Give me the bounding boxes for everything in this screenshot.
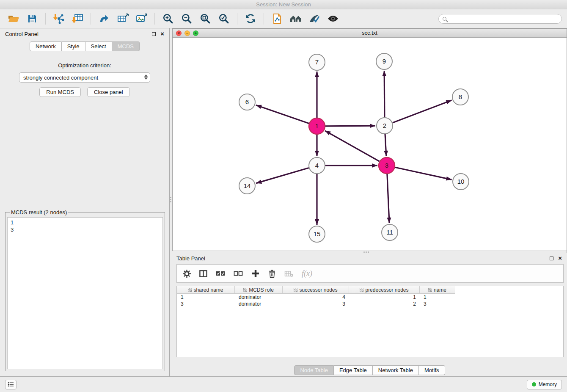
open-session-button[interactable] — [5, 11, 22, 26]
zoom-out-button[interactable] — [178, 11, 195, 26]
zoom-fit-button[interactable] — [197, 11, 214, 26]
panel-menu-button[interactable] — [5, 380, 17, 389]
graph-edge-4-14[interactable] — [256, 168, 309, 183]
float-panel-icon[interactable] — [152, 32, 156, 36]
window-controls: × – + — [176, 30, 198, 36]
control-tab-style[interactable]: Style — [62, 41, 85, 51]
zoom-window-button[interactable]: + — [193, 30, 198, 36]
graph-node-6[interactable]: 6 — [239, 94, 255, 110]
save-icon — [27, 14, 37, 24]
graph-node-14[interactable]: 14 — [239, 178, 255, 194]
minimize-window-button[interactable]: – — [184, 30, 190, 36]
toolbar-separator — [237, 13, 237, 25]
refresh-button[interactable] — [242, 11, 259, 26]
graph-edge-3-11[interactable] — [387, 174, 389, 223]
table-panel-header: Table Panel × — [172, 253, 567, 264]
close-panel-icon[interactable]: × — [558, 256, 562, 260]
table-cell: dominator — [235, 294, 283, 301]
graph-node-4[interactable]: 4 — [309, 157, 325, 174]
import-network-button[interactable] — [50, 11, 67, 26]
control-panel-tabs: NetworkStyleSelectMCDS — [0, 41, 169, 51]
graph-edge-2-9[interactable] — [384, 71, 385, 117]
show-columns-button[interactable] — [199, 270, 207, 278]
graph-edge-2-8[interactable] — [393, 100, 452, 123]
table-tab-edge-table[interactable]: Edge Table — [334, 365, 373, 375]
unselect-all-columns-button[interactable] — [234, 271, 243, 276]
graph-node-7[interactable]: 7 — [309, 54, 325, 70]
graph-node-9[interactable]: 9 — [376, 53, 392, 69]
graph-edge-1-6[interactable] — [256, 105, 309, 123]
control-tab-mcds[interactable]: MCDS — [112, 41, 140, 51]
table-settings-button[interactable] — [183, 270, 191, 278]
table-tab-node-table[interactable]: Node Table — [294, 365, 334, 375]
search-box[interactable] — [438, 14, 562, 24]
column-header-name[interactable]: name — [420, 286, 455, 294]
graph-edge-3-10[interactable] — [395, 167, 452, 179]
column-header-predecessor-nodes[interactable]: predecessor nodes — [349, 286, 420, 294]
table-cell: 1 — [349, 294, 420, 301]
graph-node-3[interactable]: 3 — [379, 157, 395, 174]
zoom-in-button[interactable] — [160, 11, 176, 26]
column-header-successor-nodes[interactable]: successor nodes — [283, 286, 349, 294]
window-titlebar: Session: New Session — [0, 0, 567, 9]
zoom-fit-icon — [200, 13, 211, 24]
run-mcds-button[interactable]: Run MCDS — [39, 87, 81, 97]
import-table-button[interactable] — [69, 11, 86, 26]
svg-text:15: 15 — [314, 230, 321, 237]
plus-icon — [251, 269, 260, 278]
graph-node-15[interactable]: 15 — [309, 226, 325, 242]
export-image-button[interactable] — [133, 11, 150, 26]
graph-node-1[interactable]: 1 — [309, 118, 325, 134]
svg-text:11: 11 — [386, 229, 393, 236]
network-from-document-button[interactable] — [269, 11, 286, 26]
table-tab-network-table[interactable]: Network Table — [373, 365, 419, 375]
float-panel-icon[interactable] — [550, 257, 553, 260]
home-button[interactable] — [287, 11, 304, 26]
annotate-button[interactable] — [306, 11, 323, 26]
column-attribute-icon — [360, 288, 363, 292]
close-window-button[interactable]: × — [176, 30, 182, 36]
save-session-button[interactable] — [24, 11, 41, 26]
column-attribute-icon — [294, 288, 297, 292]
select-all-columns-button[interactable] — [216, 271, 225, 276]
export-network-button[interactable] — [96, 11, 113, 26]
optimization-criterion-select[interactable]: strongly connected component — [19, 72, 150, 83]
table-tab-motifs[interactable]: Motifs — [419, 365, 445, 375]
column-header-mcds-role[interactable]: MCDS role — [235, 286, 283, 294]
network-canvas[interactable]: 7968124314101511 — [173, 38, 567, 251]
close-panel-icon[interactable]: × — [160, 32, 164, 36]
fx-icon: f(x) — [302, 269, 312, 278]
graph-node-8[interactable]: 8 — [452, 89, 468, 105]
control-tab-network[interactable]: Network — [30, 41, 62, 51]
graph-node-2[interactable]: 2 — [377, 118, 393, 134]
show-hide-button[interactable] — [325, 11, 341, 26]
graph-edge-2-3[interactable] — [385, 134, 386, 156]
graph-edge-3-1[interactable] — [325, 131, 379, 161]
close-panel-button[interactable]: Close panel — [87, 87, 130, 97]
table-cell: 3 — [177, 301, 235, 307]
delete-rows-button[interactable] — [268, 269, 276, 278]
document-share-icon — [272, 13, 282, 24]
mcds-result-line: 3 — [11, 226, 160, 233]
function-builder-button[interactable]: f(x) — [302, 269, 312, 278]
mcds-result-list[interactable]: 13 — [7, 217, 163, 369]
export-table-button[interactable] — [114, 11, 131, 26]
table-cell: 1 — [420, 294, 455, 301]
table-body: 1dominator4113dominator323 — [177, 294, 563, 307]
zoom-selected-button[interactable] — [215, 11, 232, 26]
column-attribute-icon — [428, 288, 432, 292]
graph-node-10[interactable]: 10 — [453, 174, 469, 190]
memory-button[interactable]: Memory — [527, 380, 562, 389]
graph-edge-1-2[interactable] — [325, 126, 375, 126]
graph-node-11[interactable]: 11 — [382, 224, 398, 240]
zoom-in-icon — [162, 13, 173, 24]
table-row[interactable]: 3dominator323 — [177, 301, 563, 307]
import-table-icon — [72, 13, 83, 24]
column-header-shared-name[interactable]: shared name — [177, 286, 235, 294]
control-tab-select[interactable]: Select — [85, 41, 112, 51]
create-column-button[interactable] — [251, 269, 260, 278]
search-input[interactable] — [449, 16, 558, 22]
delete-column-button[interactable] — [284, 270, 293, 277]
column-attribute-icon — [243, 288, 247, 292]
table-row[interactable]: 1dominator411 — [177, 294, 563, 301]
